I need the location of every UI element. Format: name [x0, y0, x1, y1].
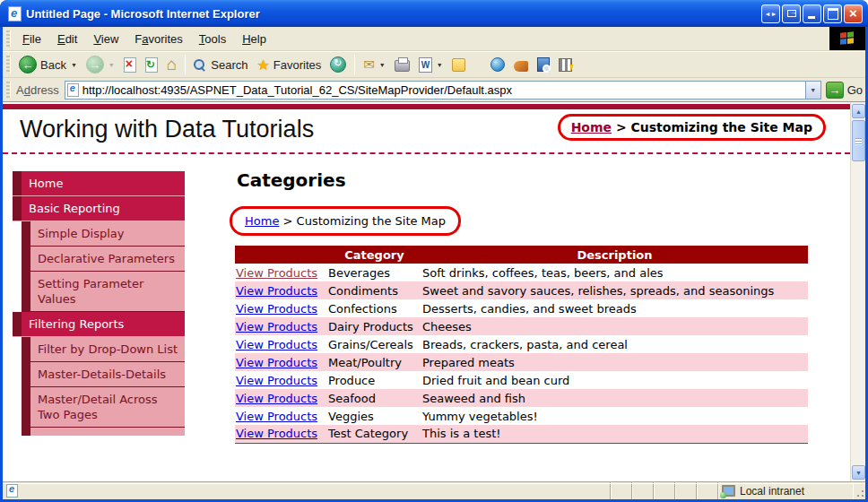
view-products-link[interactable]: View Products: [236, 374, 317, 387]
description-cell: Sweet and savory sauces, relishes, sprea…: [421, 281, 808, 299]
sidebar-item-home[interactable]: Home: [13, 171, 185, 196]
sidebar-item-declarative-parameters[interactable]: Declarative Parameters: [22, 247, 185, 272]
view-products-link[interactable]: View Products: [236, 284, 317, 298]
mail-dropdown-icon[interactable]: ▼: [379, 62, 386, 68]
sitemap-breadcrumb: Home > Customizing the Site Map: [230, 206, 461, 236]
menu-tools[interactable]: Tools: [191, 30, 234, 48]
address-label: Address: [16, 83, 59, 97]
forward-button[interactable]: → ▼: [82, 54, 119, 75]
sidebar-item-master-details-details[interactable]: Master-Details-Details: [22, 362, 185, 387]
menu-file[interactable]: File: [14, 30, 49, 48]
view-products-link[interactable]: View Products: [236, 266, 317, 280]
description-cell: Prepared meats: [421, 353, 808, 371]
description-cell: Dried fruit and bean curd: [421, 371, 808, 389]
research-button[interactable]: [533, 56, 554, 74]
sidebar-item-label: Master/Detail Across Two Pages: [22, 387, 185, 427]
scroll-down-button[interactable]: ▼: [852, 465, 865, 480]
search-button[interactable]: Search: [189, 56, 252, 74]
stop-button[interactable]: [119, 56, 141, 74]
minimize-button[interactable]: [803, 4, 821, 23]
addon-button[interactable]: [509, 56, 533, 74]
category-cell: Condiments: [327, 281, 421, 299]
breadcrumb-separator: >: [616, 120, 627, 134]
splitter-arrows-button[interactable]: [761, 4, 780, 23]
menu-edit[interactable]: Edit: [49, 30, 85, 48]
menu-help[interactable]: Help: [234, 30, 274, 48]
local-intranet-icon: [722, 485, 735, 497]
home-button[interactable]: ⌂: [162, 56, 181, 74]
edit-dropdown-icon[interactable]: ▼: [437, 62, 443, 68]
sidebar-item-setting-parameter-values[interactable]: Setting Parameter Values: [22, 272, 185, 312]
address-input[interactable]: http://localhost:4935/ASPNET_Data_Tutori…: [65, 81, 821, 100]
popout-window-button[interactable]: [782, 4, 801, 23]
sidebar-item-partial[interactable]: [22, 428, 185, 436]
toolbar-separator: [354, 55, 355, 74]
research-icon: [537, 57, 550, 72]
edit-with-word-button[interactable]: ▼: [414, 56, 447, 74]
sidebar-item-filter-by-drop-down-list[interactable]: Filter by Drop-Down List: [22, 337, 185, 362]
sidebar-item-filtering-reports[interactable]: Filtering Reports: [13, 312, 185, 337]
standard-toolbar: ← Back ▼ → ▼ ⌂ Search ★ Favorites: [3, 51, 865, 78]
address-grip-handle[interactable]: [6, 82, 11, 98]
status-pane: [611, 482, 632, 499]
description-cell: Seaweed and fish: [421, 389, 808, 407]
view-products-link[interactable]: View Products: [236, 392, 317, 405]
browser-chrome: FileEditViewFavoritesToolsHelp ← Back ▼ …: [3, 27, 865, 101]
dashed-divider: [3, 152, 850, 154]
table-row: View ProductsDairy ProductsCheeses: [235, 317, 808, 335]
back-button[interactable]: ← Back ▼: [14, 54, 82, 75]
sidebar-item-basic-reporting[interactable]: Basic Reporting: [13, 196, 185, 221]
sidebar-item-simple-display[interactable]: Simple Display: [22, 221, 185, 247]
description-cell: Cheeses: [421, 317, 808, 335]
maximize-button[interactable]: [823, 4, 842, 23]
view-products-link[interactable]: View Products: [236, 410, 317, 423]
refresh-button[interactable]: [141, 56, 162, 74]
menu-grip-handle[interactable]: [6, 30, 11, 47]
view-products-link[interactable]: View Products: [236, 356, 317, 369]
category-cell: Dairy Products: [327, 317, 421, 335]
toolbar-grip-handle[interactable]: [6, 56, 11, 74]
print-button[interactable]: [390, 56, 414, 74]
messenger-button[interactable]: [486, 56, 509, 74]
discuss-button[interactable]: [447, 56, 470, 74]
address-bar: Address http://localhost:4935/ASPNET_Dat…: [3, 78, 865, 101]
view-products-link[interactable]: View Products: [236, 320, 317, 333]
scroll-thumb[interactable]: [852, 120, 865, 161]
status-pane: [654, 482, 675, 499]
favorites-button[interactable]: ★ Favorites: [252, 55, 326, 75]
stop-icon: [124, 57, 136, 73]
close-button[interactable]: [844, 4, 863, 23]
breadcrumb-home-link[interactable]: Home: [245, 214, 279, 228]
menu-favorites[interactable]: Favorites: [126, 30, 190, 48]
history-button[interactable]: [326, 55, 351, 74]
mail-button[interactable]: ✉ ▼: [359, 55, 390, 74]
scroll-up-button[interactable]: ▲: [852, 104, 865, 118]
vertical-scrollbar[interactable]: ▲ ▼: [850, 102, 865, 481]
address-url[interactable]: http://localhost:4935/ASPNET_Data_Tutori…: [82, 83, 805, 97]
security-zone-pane: Local intranet: [718, 482, 853, 499]
sidebar-item-label: Filtering Reports: [13, 312, 185, 336]
back-dropdown-icon[interactable]: ▼: [71, 62, 77, 68]
sidebar-item-master-detail-across-two-pages[interactable]: Master/Detail Across Two Pages: [22, 387, 185, 428]
view-products-link[interactable]: View Products: [236, 427, 317, 440]
view-products-link[interactable]: View Products: [236, 338, 317, 351]
sidebar-item-label: Simple Display: [22, 221, 185, 246]
status-bar: Local intranet: [3, 481, 865, 499]
breadcrumb-separator: >: [283, 214, 293, 228]
go-button[interactable]: → Go: [826, 82, 863, 99]
addon-icon: [514, 61, 528, 72]
menu-view[interactable]: View: [85, 30, 126, 48]
category-cell: Test Category: [327, 425, 421, 443]
view-products-link[interactable]: View Products: [236, 302, 317, 316]
popout-icon: [787, 10, 796, 17]
go-arrow-icon: →: [826, 82, 844, 99]
description-cell: This is a test!: [421, 425, 808, 443]
top-breadcrumb-home-link[interactable]: Home: [571, 120, 612, 134]
snippet-button[interactable]: [554, 56, 577, 74]
history-icon: [330, 56, 346, 73]
status-page-icon: [6, 484, 18, 498]
resize-grip[interactable]: [853, 482, 865, 499]
menu-items: FileEditViewFavoritesToolsHelp: [14, 30, 274, 48]
address-dropdown-button[interactable]: ▼: [805, 82, 820, 99]
page-title: Categories: [237, 169, 346, 191]
